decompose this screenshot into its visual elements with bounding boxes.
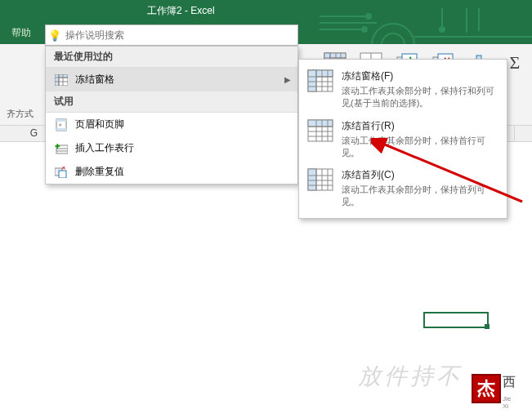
- remove-duplicates-icon: ✕: [54, 166, 69, 179]
- freeze-top-row-icon: [307, 119, 335, 144]
- freeze-first-col-icon: [307, 168, 335, 193]
- submenu-desc: 滚动工作表其余部分时，保持行和列可见(基于当前的选择)。: [342, 85, 498, 109]
- freeze-panes-submenu: 冻结窗格(F) 滚动工作表其余部分时，保持行和列可见(基于当前的选择)。 冻结首…: [298, 59, 507, 219]
- submenu-title: 冻结窗格(F): [342, 69, 498, 83]
- submenu-arrow-icon: ▶: [284, 75, 291, 84]
- insert-rows-icon: ✚: [54, 142, 69, 155]
- search-input[interactable]: [64, 28, 297, 42]
- svg-rect-31: [308, 70, 316, 91]
- watermark-text: 放件持不: [358, 361, 463, 392]
- menu-item-freeze-panes[interactable]: 冻结窗格 ▶: [46, 68, 297, 91]
- tab-help[interactable]: 帮助: [0, 21, 42, 45]
- menu-item-label: 插入工作表行: [75, 141, 134, 155]
- group-label-alignment: 齐方式: [7, 108, 34, 120]
- menu-item-insert-rows[interactable]: ✚ 插入工作表行: [46, 136, 297, 160]
- sigma-icon: Σ: [510, 52, 521, 73]
- submenu-title: 冻结首列(C): [342, 168, 498, 182]
- menu-header-try: 试用: [46, 91, 297, 113]
- menu-item-header-footer[interactable]: # 页眉和页脚: [46, 113, 297, 136]
- svg-text:✕: ✕: [61, 167, 66, 171]
- app-title: 工作簿2 - Excel: [147, 4, 215, 18]
- svg-rect-27: [59, 171, 66, 178]
- svg-rect-19: [55, 74, 59, 86]
- submenu-item-freeze-first-col[interactable]: 冻结首列(C) 滚动工作表其余部分时，保持首列可见。: [299, 163, 507, 213]
- menu-header-recent: 最近使用过的: [46, 47, 297, 68]
- tell-me-menu: 最近使用过的 冻结窗格 ▶ 试用 # 页眉和页脚 ✚ 插入工作表行 ✕ 删除重复…: [45, 46, 298, 185]
- submenu-item-freeze-top-row[interactable]: 冻结首行(R) 滚动工作表其余部分时，保持首行可见。: [299, 114, 507, 164]
- submenu-desc: 滚动工作表其余部分时，保持首列可见。: [342, 184, 498, 208]
- menu-item-label: 冻结窗格: [75, 73, 114, 87]
- submenu-desc: 滚动工作表其余部分时，保持首行可见。: [342, 135, 498, 159]
- lightbulb-icon: 💡: [46, 29, 64, 42]
- svg-rect-33: [308, 120, 333, 127]
- menu-item-label: 页眉和页脚: [75, 118, 124, 131]
- submenu-item-freeze-panes[interactable]: 冻结窗格(F) 滚动工作表其余部分时，保持行和列可见(基于当前的选择)。: [299, 64, 507, 114]
- selected-cell[interactable]: [423, 312, 489, 328]
- svg-rect-35: [308, 169, 316, 190]
- freeze-panes-icon: [307, 69, 335, 94]
- header-footer-icon: #: [54, 118, 69, 131]
- svg-text:✚: ✚: [55, 143, 60, 150]
- title-bar: 工作簿2 - Excel: [0, 0, 532, 21]
- svg-rect-21: [56, 119, 66, 122]
- menu-item-remove-duplicates[interactable]: ✕ 删除重复值: [46, 160, 297, 184]
- svg-rect-22: [56, 128, 66, 131]
- submenu-title: 冻结首行(R): [342, 119, 498, 133]
- menu-item-label: 删除重复值: [75, 165, 124, 179]
- tell-me-search[interactable]: 💡: [45, 24, 298, 46]
- stamp-logo: 杰 西 Jie Xi: [472, 374, 517, 413]
- freeze-panes-icon: [54, 73, 69, 87]
